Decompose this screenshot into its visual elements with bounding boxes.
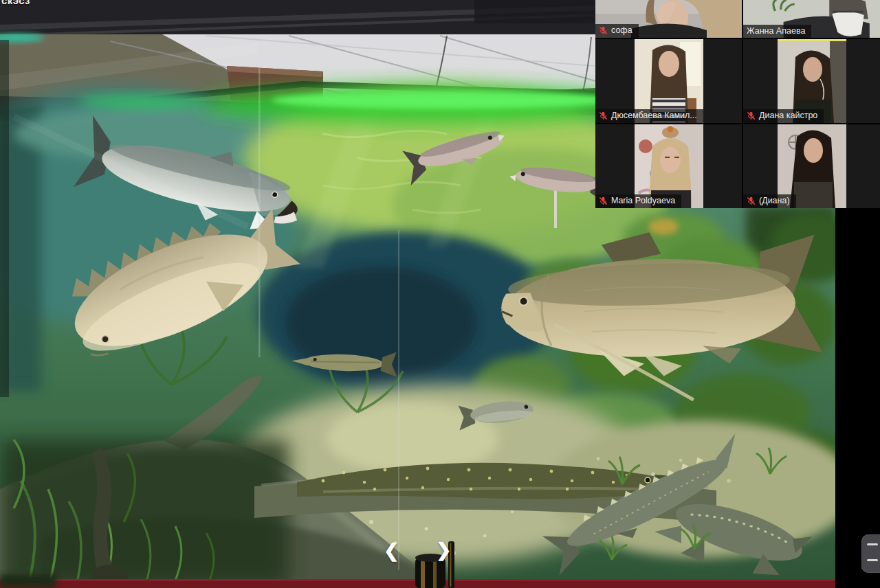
participant-name: Дюсембаева Камил... [611,111,697,120]
video-tile-sofa[interactable]: софа [595,0,742,38]
participant-name: (Диана) [759,196,790,205]
panel-toggle-control[interactable] [861,534,880,573]
participant-label: Maria Poldyaeva [595,194,681,208]
muted-mic-icon [599,196,608,205]
participants-panel: софа Жанна Апаева [595,0,880,208]
participant-label: Дюсембаева Камил... [595,109,703,123]
participant-label: (Диана) [743,194,796,208]
video-tile-diana[interactable]: (Диана) [743,124,880,208]
window-corner-text: скэсз [1,0,30,6]
participant-name: Жанна Апаева [747,27,805,36]
participant-label: Жанна Апаева [743,25,811,38]
muted-mic-icon [599,26,608,35]
collapse-handle-icon [867,543,878,545]
participant-name: Maria Poldyaeva [611,196,675,205]
participant-name: Диана кайстро [759,111,817,120]
participant-label: софа [595,24,639,38]
next-slide-button[interactable]: ❯ [436,541,452,560]
prev-slide-button[interactable]: ❮ [384,542,399,561]
participant-label: Диана кайстро [743,109,824,123]
meeting-window: { "window": { "corner_text": "скэсз" }, … [0,0,880,588]
muted-mic-icon [747,111,756,120]
collapse-handle-icon [867,559,878,561]
muted-mic-icon [599,111,608,120]
video-tile-dyusembaeva[interactable]: Дюсембаева Камил... [595,39,742,123]
participant-name: софа [611,26,632,35]
video-tile-maria[interactable]: Maria Poldyaeva [595,124,742,208]
video-tile-zhanna[interactable]: Жанна Апаева [743,0,880,38]
muted-mic-icon [747,196,756,205]
video-tile-diana-kaistro[interactable]: Диана кайстро [743,39,880,123]
